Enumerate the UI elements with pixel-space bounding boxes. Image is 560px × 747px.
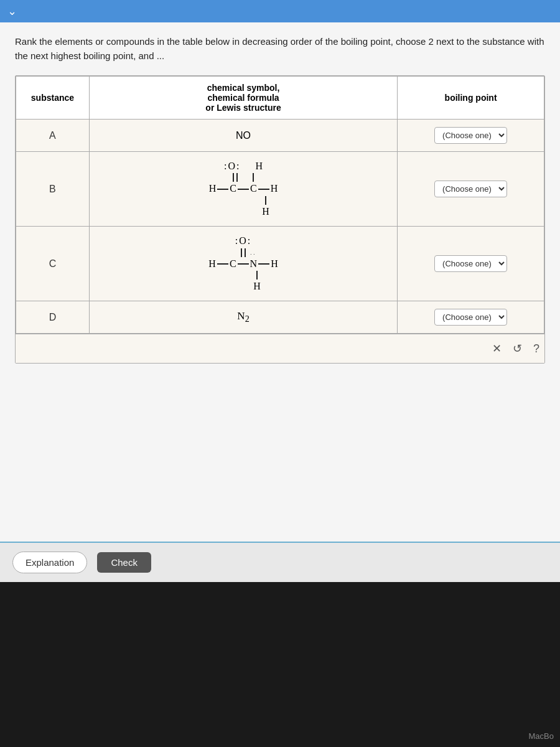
chevron-down-icon[interactable]: ⌄ [7, 4, 17, 18]
boiling-select-b[interactable]: (Choose one) 1 2 3 4 [434, 181, 507, 197]
macbook-label: MacBo [529, 731, 554, 741]
boiling-b[interactable]: (Choose one) 1 2 3 4 [398, 152, 544, 227]
action-row: ✕ ↺ ? [16, 334, 544, 363]
clear-icon[interactable]: ✕ [492, 342, 502, 355]
help-icon[interactable]: ? [533, 342, 539, 355]
ranking-table-container: substance chemical symbol, chemical form… [15, 75, 545, 364]
substance-c: C [16, 227, 90, 301]
col-header-boiling: boiling point [398, 77, 544, 120]
substance-d: D [16, 301, 90, 334]
boiling-select-d[interactable]: (Choose one) 1 2 3 4 [434, 309, 507, 326]
table-row: A NO (Choose one) 1 2 3 4 [16, 120, 544, 152]
formula-b: :O: H [89, 152, 397, 227]
footer-area: MacBo [0, 582, 560, 747]
col-header-formula: chemical symbol, chemical formula or Lew… [89, 77, 397, 120]
substance-a: A [16, 120, 90, 152]
boiling-a[interactable]: (Choose one) 1 2 3 4 [398, 120, 544, 152]
explanation-button[interactable]: Explanation [12, 552, 87, 573]
bottom-bar: Explanation Check [0, 542, 560, 582]
boiling-select-a[interactable]: (Choose one) 1 2 3 4 [434, 127, 507, 144]
check-button[interactable]: Check [97, 552, 151, 573]
undo-icon[interactable]: ↺ [513, 342, 522, 355]
instructions-text: Rank the elements or compounds in the ta… [15, 35, 545, 63]
substance-b: B [16, 152, 90, 227]
boiling-d[interactable]: (Choose one) 1 2 3 4 [398, 301, 544, 334]
lewis-c: :O: H C [208, 234, 278, 293]
ranking-table: substance chemical symbol, chemical form… [16, 76, 544, 334]
formula-a: NO [89, 120, 397, 152]
top-bar: ⌄ [0, 0, 560, 22]
action-icons: ✕ ↺ ? [492, 342, 539, 355]
boiling-c[interactable]: (Choose one) 1 2 3 4 [398, 227, 544, 301]
formula-c: :O: H C [89, 227, 397, 301]
formula-d: N2 [89, 301, 397, 334]
table-row: C :O: [16, 227, 544, 301]
table-row: B :O: H [16, 152, 544, 227]
col-header-substance: substance [16, 77, 90, 120]
boiling-select-c[interactable]: (Choose one) 1 2 3 4 [434, 255, 507, 272]
main-content: Rank the elements or compounds in the ta… [0, 22, 560, 542]
lewis-b: :O: H [209, 159, 278, 218]
table-row: D N2 (Choose one) 1 2 3 4 [16, 301, 544, 334]
